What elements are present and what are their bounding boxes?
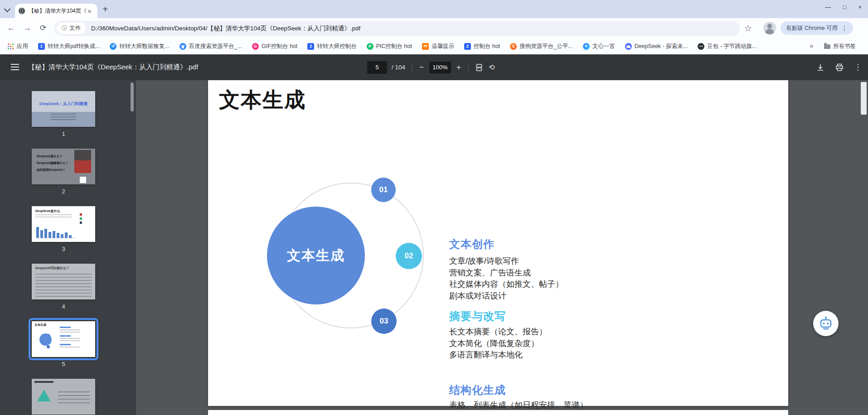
- tab-strip: 【秘】清华大学104页《DeepS × + — □ ×: [0, 0, 868, 18]
- viewer-scrollbar-thumb[interactable]: [861, 82, 867, 115]
- forward-button[interactable]: →: [24, 23, 31, 33]
- chrome-update-button[interactable]: 有新版 Chrome 可用 ⋮: [781, 21, 853, 35]
- page-thumbnail-1[interactable]: DeepSeek：从入门到精通: [32, 91, 95, 127]
- folder-icon: [824, 44, 830, 49]
- toolbar-divider: [468, 63, 469, 72]
- section-heading: 文本创作: [449, 237, 495, 251]
- zoom-out-button[interactable]: −: [418, 63, 425, 71]
- gif-icon: G: [252, 43, 259, 50]
- bookmark-item[interactable]: ↺ 转转大师数据恢复...: [110, 43, 169, 50]
- sogou-icon: S: [510, 43, 517, 50]
- profile-avatar[interactable]: [763, 22, 776, 34]
- browser-window: 【秘】清华大学104页《DeepS × + — □ × ← → ⟳ ⓘ 文件 D…: [0, 0, 868, 415]
- step-circle-02: 02: [396, 243, 422, 269]
- bookmark-item[interactable]: 豆包 - 字节跳动旗...: [698, 43, 756, 50]
- bookmark-star-icon[interactable]: ☆: [744, 23, 752, 34]
- triangle-logo: [37, 390, 51, 401]
- section-heading: 摘要与改写: [449, 309, 506, 323]
- sidebar-scrollbar-thumb[interactable]: [131, 82, 134, 111]
- bookmark-item[interactable]: DeepSeek - 探索未...: [625, 43, 688, 50]
- bookmark-item[interactable]: 55 温馨提示: [422, 43, 454, 50]
- tab-title: 【秘】清华大学104页《DeepS: [29, 7, 87, 15]
- pdf-viewer-toolbar: 【秘】清华大学104页《DeepSeek：从入门到精通》.pdf / 104 −…: [0, 54, 868, 80]
- download-icon[interactable]: [816, 63, 825, 72]
- bookmark-item[interactable]: Z 转转大师pdf转换成...: [38, 43, 100, 50]
- page-thumbnail-4[interactable]: Deepseek可以做什么？: [32, 264, 95, 299]
- z-icon: Z: [38, 43, 45, 50]
- pdf-globe-favicon-icon: [19, 8, 25, 14]
- page-number-label: 4: [32, 303, 95, 310]
- pdf-page-viewport[interactable]: 文本生成 文本生成 01 02 03 文本创作 文章/故事/诗歌写作 营销文案、…: [136, 80, 868, 415]
- window-controls: — □ ×: [825, 4, 862, 10]
- section-items: 文章/故事/诗歌写作 营销文案、广告语生成 社交媒体内容（如推文、帖子） 剧本或…: [449, 256, 563, 302]
- 55-icon: 55: [422, 43, 429, 50]
- z-icon: Z: [307, 43, 314, 50]
- page-thumbnail-3[interactable]: DeepSeek是什么: [32, 206, 95, 242]
- rotate-icon[interactable]: ⟲: [488, 64, 495, 71]
- all-bookmarks-button[interactable]: 所有书签: [824, 38, 856, 54]
- pic-icon: P: [367, 43, 373, 50]
- section-items: 长文本摘要（论文、报告） 文本简化（降低复杂度） 多语言翻译与本地化: [449, 326, 547, 361]
- info-icon: ⓘ: [62, 24, 67, 32]
- zoom-in-button[interactable]: +: [456, 63, 462, 71]
- page-number-label: 3: [32, 246, 95, 252]
- bookmark-item[interactable]: P PIC控制台 hot: [367, 43, 412, 50]
- bookmark-item[interactable]: G GIF控制台 hot: [252, 43, 297, 50]
- tab-search-chevron-icon[interactable]: [5, 6, 10, 12]
- qr-code: [80, 177, 86, 183]
- reload-button[interactable]: ⟳: [40, 23, 46, 33]
- url-omnibox[interactable]: ⓘ 文件 D:/360MoveData/Users/admin/Desktop/…: [54, 21, 740, 36]
- bookmarks-overflow-chevron[interactable]: »: [810, 42, 813, 49]
- page-number-label: 1: [32, 130, 95, 137]
- assistant-robot-button[interactable]: [813, 311, 839, 336]
- bookmark-apps[interactable]: 应用: [7, 43, 28, 50]
- bookmark-item[interactable]: Z 控制台 hot: [464, 43, 500, 50]
- menu-icon[interactable]: [11, 64, 19, 70]
- tab-close-icon[interactable]: ×: [87, 8, 92, 14]
- browser-tab[interactable]: 【秘】清华大学104页《DeepS ×: [15, 4, 97, 18]
- print-icon[interactable]: [835, 63, 844, 72]
- speaker-photo: [74, 150, 91, 173]
- bookmark-item[interactable]: Z 转转大师控制台: [307, 43, 357, 50]
- pdf-document-title: 【秘】清华大学104页《DeepSeek：从入门到精通》.pdf: [28, 54, 198, 80]
- page-number-input[interactable]: [367, 61, 387, 74]
- robot-icon: [818, 316, 834, 331]
- bookmark-item[interactable]: 百度搜索资源平台_...: [179, 43, 242, 50]
- back-button[interactable]: ←: [7, 23, 15, 33]
- file-scheme-chip[interactable]: ⓘ 文件: [57, 23, 86, 34]
- diagram-center-circle: 文本生成: [267, 207, 365, 304]
- close-window-button[interactable]: ×: [858, 4, 862, 10]
- step-circle-01: 01: [371, 178, 396, 202]
- maximize-button[interactable]: □: [843, 4, 847, 10]
- z-icon: Z: [464, 43, 471, 50]
- bookmark-item[interactable]: ✦ 文心一言: [583, 43, 615, 50]
- zoom-level-box[interactable]: 100%: [429, 62, 451, 73]
- minimize-button[interactable]: —: [825, 4, 831, 10]
- restore-icon: ↺: [110, 43, 116, 50]
- page-number-label: 5: [32, 361, 95, 367]
- bookmarks-bar: 应用 Z 转转大师pdf转换成... ↺ 转转大师数据恢复... 百度搜索资源平…: [0, 38, 868, 54]
- doubao-icon: [698, 43, 704, 50]
- wenxin-icon: ✦: [583, 43, 590, 50]
- slide-title: 文本生成: [219, 86, 306, 114]
- fit-page-icon[interactable]: [475, 63, 483, 72]
- pdf-page-5: 文本生成 文本生成 01 02 03 文本创作 文章/故事/诗歌写作 营销文案、…: [208, 80, 788, 406]
- apps-grid-icon: [7, 43, 14, 50]
- baidu-paw-icon: [179, 43, 186, 50]
- browser-menu-icon: ⋮: [841, 24, 848, 32]
- page-number-label: 2: [32, 188, 95, 195]
- section-heading: 结构化生成: [449, 383, 506, 397]
- thumbnail-sidebar: DeepSeek：从入门到精通 1 ·Deepseek是什么？ ·Deepsee…: [0, 80, 136, 415]
- page-total-label: / 104: [392, 64, 405, 71]
- deepseek-whale-icon: [625, 43, 632, 50]
- new-tab-button[interactable]: +: [102, 4, 108, 14]
- pdf-more-icon[interactable]: ⋮: [854, 63, 862, 72]
- page-thumbnail-2[interactable]: ·Deepseek是什么？ ·Deepseek能够做什么？ ·如何使用Deeps…: [32, 149, 95, 184]
- page-thumbnail-5-selected[interactable]: 文本生成: [32, 321, 95, 357]
- page-thumbnail-6[interactable]: [32, 379, 95, 415]
- mini-bar-chart: [36, 222, 75, 238]
- toolbar-divider: [412, 63, 412, 72]
- bookmark-item[interactable]: S 搜狗资源平台_公平...: [510, 43, 572, 50]
- url-text: D:/360MoveData/Users/admin/Desktop/04/【秘…: [91, 24, 360, 33]
- address-bar-row: ← → ⟳ ⓘ 文件 D:/360MoveData/Users/admin/De…: [0, 18, 868, 38]
